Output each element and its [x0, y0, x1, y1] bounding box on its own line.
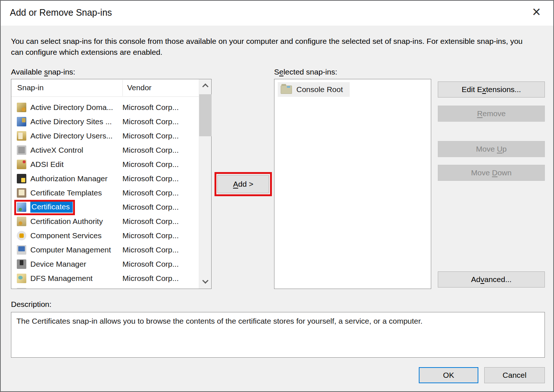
- move-down-button: Move Down: [438, 165, 545, 181]
- label-part: Move: [471, 168, 492, 177]
- snapin-name-text: DHCP: [30, 288, 52, 289]
- snapin-row[interactable]: DFS Management Microsoft Corp...: [11, 271, 199, 285]
- snapin-name: Active Directory Doma...: [30, 103, 122, 112]
- annotation-red-box: [14, 200, 75, 215]
- snapin-name-text: Device Manager: [30, 260, 86, 269]
- snapin-vendor: Microsoft Corp...: [122, 217, 179, 226]
- dhcp-icon: [17, 288, 26, 289]
- label-part: lected snap-ins:: [284, 68, 337, 76]
- label-part: Edit E: [462, 85, 482, 94]
- snapin-name: ActiveX Control: [30, 146, 122, 155]
- column-header-snapin: Snap-in: [17, 83, 43, 92]
- edit-extensions-button[interactable]: Edit Extensions...: [438, 81, 545, 98]
- label-part: emove: [483, 109, 506, 118]
- snapin-row[interactable]: Active Directory Sites ... Microsoft Cor…: [11, 114, 199, 129]
- snapin-row[interactable]: Authorization Manager Microsoft Corp...: [11, 171, 199, 186]
- selected-snapins-label: Selected snap-ins:: [274, 68, 337, 76]
- label-part: v: [481, 275, 485, 283]
- activex-icon: [17, 145, 26, 155]
- snapin-name-text: Active Directory Users...: [30, 132, 113, 140]
- snapin-row[interactable]: Certificate Templates Microsoft Corp...: [11, 186, 199, 200]
- chevron-down-icon: [202, 278, 209, 284]
- snapin-vendor: Microsoft Corp...: [122, 274, 179, 283]
- column-divider: [122, 80, 123, 96]
- description-text: The Certificates snap-in allows you to b…: [16, 317, 422, 325]
- snapin-row[interactable]: Certification Authority Microsoft Corp..…: [11, 214, 199, 228]
- selected-snapins-list: Console Root: [274, 79, 431, 289]
- annotation-red-box-add: Add >: [215, 172, 272, 196]
- certificate-templates-icon: [17, 188, 26, 198]
- snapin-name: Component Services: [30, 231, 122, 240]
- snapin-name-text: ADSI Edit: [30, 160, 64, 169]
- snapin-row[interactable]: ADSI Edit Microsoft Corp...: [11, 157, 199, 171]
- advanced-button[interactable]: Advanced...: [438, 271, 545, 288]
- snapin-name-text: Certification Authority: [30, 217, 103, 226]
- label-part: Move: [476, 145, 497, 153]
- snapin-name-text: Active Directory Sites ...: [30, 117, 112, 126]
- available-snapins-label: Available snap-ins:: [11, 68, 75, 76]
- snapin-name: Certification Authority: [30, 217, 122, 226]
- certification-authority-icon: [17, 217, 26, 226]
- snapin-name: Computer Management: [30, 246, 122, 254]
- snapin-name-text: Component Services: [30, 231, 102, 240]
- snapin-name-text: Authorization Manager: [30, 174, 107, 183]
- cancel-button[interactable]: Cancel: [484, 367, 545, 383]
- label-part: S: [274, 68, 279, 76]
- label-part: nap-ins:: [48, 68, 75, 76]
- scroll-up-icon[interactable]: [199, 79, 212, 92]
- snapin-row[interactable]: Active Directory Doma... Microsoft Corp.…: [11, 100, 199, 114]
- snapin-name: Certificate Templates: [30, 189, 122, 197]
- adsi-edit-icon: [17, 160, 26, 169]
- snapin-vendor: Microsoft Corp...: [122, 288, 179, 289]
- snapin-name-text: DFS Management: [30, 274, 92, 283]
- snapin-vendor: Microsoft Corp...: [122, 117, 179, 126]
- selected-snapin-name: Console Root: [296, 85, 343, 94]
- snapin-row[interactable]: ActiveX Control Microsoft Corp...: [11, 143, 199, 157]
- snapin-name: DFS Management: [30, 274, 122, 283]
- list-scrollbar[interactable]: [199, 79, 211, 289]
- selected-snapin-row[interactable]: Console Root: [278, 82, 350, 97]
- snapin-name: Device Manager: [30, 260, 122, 269]
- ad-sites-icon: [17, 117, 26, 126]
- label-part: Ad: [471, 275, 481, 283]
- label-part: x: [482, 85, 486, 94]
- snapin-row[interactable]: Active Directory Users... Microsoft Corp…: [11, 129, 199, 143]
- ok-button[interactable]: OK: [419, 367, 478, 383]
- label-part: anced...: [484, 275, 512, 283]
- scrollbar-thumb[interactable]: [199, 94, 212, 136]
- intro-text: You can select snap-ins for this console…: [11, 36, 535, 58]
- snapin-name: Authorization Manager: [30, 174, 122, 183]
- snapin-row[interactable]: Certificates Microsoft Corp...: [11, 200, 199, 214]
- folder-icon: [281, 85, 292, 94]
- snapin-row[interactable]: Computer Management Microsoft Corp...: [11, 243, 199, 257]
- description-box: The Certificates snap-in allows you to b…: [11, 312, 545, 358]
- scroll-down-icon[interactable]: [199, 275, 212, 289]
- move-up-button: Move Up: [438, 141, 545, 157]
- snapin-row[interactable]: Component Services Microsoft Corp...: [11, 228, 199, 243]
- add-button[interactable]: Add >: [217, 175, 269, 193]
- label-part: p: [502, 145, 507, 153]
- snapin-vendor: Microsoft Corp...: [122, 260, 179, 269]
- computer-management-icon: [17, 245, 26, 255]
- component-services-icon: [17, 231, 26, 240]
- ad-domains-icon: [17, 103, 26, 112]
- snapin-vendor: Microsoft Corp...: [122, 203, 179, 212]
- list-header: Snap-in Vendor: [11, 79, 199, 97]
- snapin-vendor: Microsoft Corp...: [122, 231, 179, 240]
- snapin-row[interactable]: DHCP Microsoft Corp...: [11, 285, 199, 289]
- label-part: U: [497, 145, 502, 153]
- close-icon[interactable]: ×: [528, 4, 544, 20]
- label-part: own: [497, 168, 512, 177]
- snapin-row[interactable]: Device Manager Microsoft Corp...: [11, 257, 199, 271]
- description-label: Description:: [11, 300, 52, 309]
- label-part: Available: [11, 68, 44, 76]
- snapin-vendor: Microsoft Corp...: [122, 103, 179, 112]
- dfs-management-icon: [17, 274, 26, 283]
- snapin-name: DHCP: [30, 288, 122, 289]
- authorization-manager-icon: [17, 174, 26, 183]
- snapin-name-text: Computer Management: [30, 246, 111, 254]
- snapin-vendor: Microsoft Corp...: [122, 160, 179, 169]
- add-remove-snapins-dialog: Add or Remove Snap-ins × You can select …: [0, 0, 554, 392]
- dialog-title: Add or Remove Snap-ins: [10, 7, 112, 18]
- label-part: s: [44, 68, 48, 76]
